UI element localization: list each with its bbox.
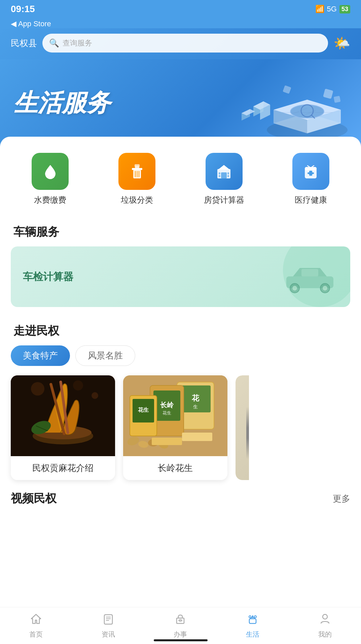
svg-point-48	[73, 380, 83, 391]
svg-text:长岭: 长岭	[160, 401, 174, 409]
svg-rect-17	[334, 96, 341, 103]
service-medical[interactable]: 医疗健康	[267, 147, 354, 211]
svg-rect-18	[283, 85, 291, 94]
svg-rect-29	[219, 172, 220, 174]
video-section-title: 视频民权	[11, 491, 57, 506]
svg-rect-45	[301, 269, 318, 276]
svg-point-85	[254, 616, 256, 618]
video-section: 视频民权 更多	[0, 491, 361, 513]
nav-mine-label: 我的	[318, 630, 332, 639]
vehicle-card-label: 车检计算器	[23, 270, 73, 284]
hero-banner: 生活服务	[0, 59, 361, 147]
scroll-hint	[246, 375, 249, 480]
signal-icon: 📶	[315, 5, 324, 13]
nav-life[interactable]: 生活	[217, 607, 289, 644]
hero-illustration	[223, 63, 351, 147]
minquan-section: 美食特产 风景名胜	[0, 345, 361, 491]
quick-services-grid: 水费缴费 垃圾分类	[0, 147, 361, 222]
nav-home-label: 首页	[29, 630, 43, 639]
service-icon-medical	[292, 153, 329, 190]
svg-point-47	[31, 382, 44, 396]
service-mortgage[interactable]: 房贷计算器	[181, 147, 267, 211]
nav-life-label: 生活	[246, 630, 259, 639]
svg-line-37	[308, 166, 310, 167]
nav-mine[interactable]: 我的	[289, 607, 361, 644]
tab-food[interactable]: 美食特产	[11, 345, 70, 366]
nav-office-label: 办事	[174, 630, 187, 639]
svg-point-84	[249, 616, 251, 618]
search-icon: 🔍	[49, 38, 59, 48]
vehicle-car-icon	[283, 263, 337, 300]
food-card-label-mahua: 民权贡麻花介绍	[11, 456, 115, 480]
svg-rect-25	[135, 164, 140, 167]
home-icon	[30, 613, 42, 628]
service-garbage[interactable]: 垃圾分类	[94, 147, 180, 211]
svg-text:花生: 花生	[138, 407, 149, 413]
vehicle-section-header: 车辆服务	[0, 222, 361, 246]
minquan-tabs: 美食特产 风景名胜	[11, 345, 350, 366]
service-label-medical: 医疗健康	[295, 195, 327, 205]
svg-rect-16	[323, 89, 333, 99]
network-type: 5G	[327, 5, 337, 13]
search-placeholder: 查询服务	[63, 38, 92, 48]
nav-home[interactable]: 首页	[0, 607, 72, 644]
vehicle-section: 车检计算器	[0, 246, 361, 320]
svg-rect-32	[227, 175, 229, 177]
minquan-section-title: 走进民权	[13, 324, 59, 337]
service-label-garbage: 垃圾分类	[121, 195, 153, 205]
svg-text:花生: 花生	[163, 410, 171, 415]
service-label-mortgage: 房贷计算器	[204, 195, 244, 205]
svg-rect-28	[221, 172, 227, 178]
svg-rect-75	[104, 615, 112, 624]
svg-marker-27	[218, 165, 230, 170]
nav-office[interactable]: 办事	[144, 607, 217, 644]
back-button[interactable]: ◀ App Store	[11, 20, 51, 28]
minquan-section-header: 走进民权	[0, 320, 361, 345]
hero-title: 生活服务	[13, 90, 110, 116]
nav-news-label: 资讯	[102, 630, 115, 639]
food-card-mahua[interactable]: 民权贡麻花介绍	[11, 375, 115, 480]
mine-icon	[319, 613, 331, 628]
tab-scenery[interactable]: 风景名胜	[75, 345, 135, 366]
svg-point-42	[292, 286, 297, 291]
bottom-navigation: 首页 资讯 办事	[0, 607, 361, 644]
svg-rect-36	[308, 172, 314, 174]
svg-rect-82	[249, 619, 256, 623]
food-card-label-peanut: 长岭花生	[123, 456, 227, 480]
svg-rect-34	[305, 167, 317, 170]
status-right: 📶 5G 53	[315, 5, 350, 13]
office-icon	[174, 613, 186, 628]
battery-indicator: 53	[339, 5, 350, 13]
vehicle-section-title: 车辆服务	[13, 225, 59, 238]
svg-point-49	[92, 392, 98, 399]
service-label-water: 水费缴费	[34, 195, 66, 205]
nav-news[interactable]: 资讯	[72, 607, 145, 644]
vehicle-card[interactable]: 车检计算器	[11, 246, 350, 307]
food-card-image-mahua	[11, 375, 115, 456]
food-cards-row: 民权贡麻花介绍 花 生	[11, 375, 350, 480]
svg-text:花: 花	[191, 394, 200, 402]
status-bar: 09:15 📶 5G 53	[0, 0, 361, 18]
svg-line-38	[312, 166, 314, 167]
svg-rect-30	[227, 172, 229, 174]
service-icon-garbage	[118, 153, 155, 190]
svg-point-5	[290, 105, 324, 118]
life-icon	[247, 613, 259, 628]
svg-text:生: 生	[193, 404, 198, 409]
main-content-card: 水费缴费 垃圾分类	[0, 137, 361, 608]
home-indicator	[154, 639, 208, 641]
service-water-fee[interactable]: 水费缴费	[7, 147, 94, 211]
news-icon	[102, 613, 114, 628]
food-card-peanut[interactable]: 花 生 长岭 花生 花生	[123, 375, 227, 480]
svg-point-86	[323, 614, 327, 619]
svg-marker-74	[31, 614, 41, 623]
status-time: 09:15	[11, 4, 35, 14]
svg-rect-31	[219, 175, 220, 177]
weather-icon: 🌤️	[333, 35, 350, 51]
video-more-link[interactable]: 更多	[333, 493, 350, 505]
app-header: 民权县 🔍 查询服务 🌤️	[0, 28, 361, 59]
search-bar[interactable]: 🔍 查询服务	[42, 34, 328, 53]
service-icon-mortgage	[206, 153, 243, 190]
svg-point-44	[323, 286, 327, 291]
location-label[interactable]: 民权县	[11, 37, 37, 49]
